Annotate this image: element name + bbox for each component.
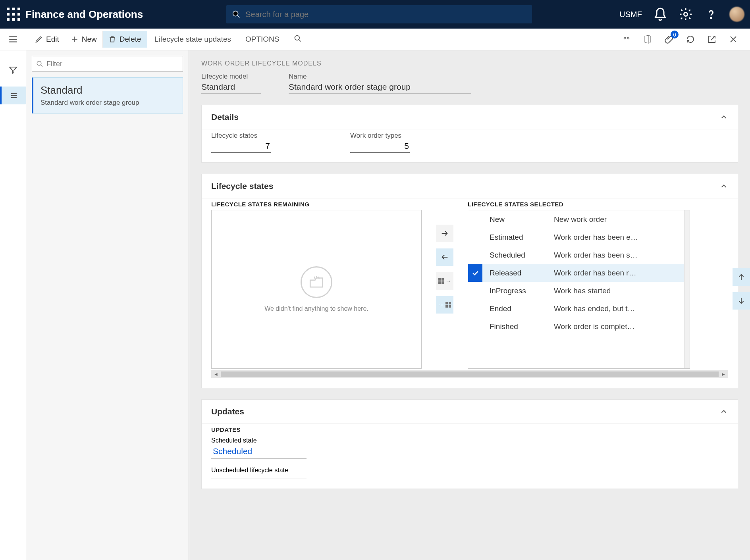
main-content: WORK ORDER LIFECYCLE MODELS Lifecycle mo… [189, 50, 750, 560]
app-launcher-icon[interactable] [6, 6, 21, 22]
details-header[interactable]: Details [202, 105, 738, 129]
selected-state-row[interactable]: ScheduledWork order has been s… [468, 246, 684, 264]
new-button[interactable]: New [65, 31, 103, 48]
diamond-icon [621, 35, 631, 44]
work-order-types-count[interactable]: 5 [350, 140, 410, 153]
move-all-right-button[interactable]: → [436, 272, 453, 290]
lifecycle-states-header[interactable]: Lifecycle states [202, 174, 738, 198]
office-icon[interactable] [641, 33, 654, 46]
name-value[interactable]: Standard work order stage group [289, 81, 471, 94]
svg-line-19 [299, 39, 301, 41]
scheduled-state-field[interactable]: Scheduled [211, 444, 307, 459]
scroll-right-arrow[interactable]: ► [721, 371, 726, 377]
move-up-button[interactable] [733, 268, 750, 286]
svg-rect-21 [627, 37, 629, 39]
filter-pane-toggle[interactable] [4, 61, 22, 79]
check-icon [471, 269, 479, 277]
arrow-down-icon [737, 296, 746, 305]
list-item[interactable]: Standard Standard work order stage group [32, 77, 183, 114]
svg-point-9 [233, 11, 238, 16]
list-filter-input[interactable] [46, 60, 179, 68]
refresh-button[interactable] [684, 33, 697, 46]
lifecycle-model-label: Lifecycle model [201, 73, 261, 81]
global-search-input[interactable] [245, 10, 526, 19]
help-icon[interactable] [704, 7, 718, 21]
name-label: Name [289, 73, 471, 81]
updates-section: Updates UPDATES Scheduled state Schedule… [201, 399, 738, 489]
notifications-icon[interactable] [653, 7, 667, 21]
remaining-listbox[interactable]: We didn't find anything to show here. [211, 210, 422, 369]
settings-icon[interactable] [679, 7, 693, 21]
selected-state-row[interactable]: EndedWork has ended, but t… [468, 300, 684, 318]
state-name: Released [482, 269, 554, 277]
lifecycle-states-count[interactable]: 7 [211, 140, 271, 153]
action-bar: Edit New Delete Lifecycle state updates … [26, 29, 750, 50]
move-right-button[interactable] [436, 225, 453, 242]
left-rail [0, 50, 26, 560]
state-description: New work order [554, 215, 680, 224]
state-description: Work order is complet… [554, 322, 680, 331]
list-item-title: Standard [40, 84, 175, 96]
office-logo-icon [643, 35, 652, 44]
attachments-button[interactable]: 0 [663, 33, 675, 46]
selected-state-row[interactable]: EstimatedWork order has been e… [468, 228, 684, 246]
chevron-up-icon [719, 407, 728, 416]
selected-state-row[interactable]: FinishedWork order is complet… [468, 318, 684, 335]
popout-button[interactable] [706, 33, 718, 46]
arrow-up-icon [737, 273, 746, 281]
svg-rect-2 [17, 8, 20, 10]
scroll-left-arrow[interactable]: ◄ [214, 371, 218, 377]
row-checkbox[interactable] [468, 264, 482, 282]
pencil-icon [35, 35, 43, 43]
page-search-button[interactable] [287, 35, 309, 44]
state-name: Finished [482, 322, 554, 331]
selected-state-row[interactable]: InProgressWork has started [468, 282, 684, 300]
user-avatar[interactable] [729, 7, 744, 22]
popout-icon [707, 35, 717, 44]
move-down-button[interactable] [733, 292, 750, 310]
updates-header[interactable]: Updates [202, 400, 738, 423]
selected-listbox[interactable]: NewNew work orderEstimatedWork order has… [468, 210, 690, 369]
list-item-subtitle: Standard work order stage group [40, 99, 175, 107]
unscheduled-state-field[interactable] [211, 474, 307, 479]
horizontal-scrollbar[interactable]: ◄ ► [211, 370, 728, 378]
plus-icon [71, 35, 79, 43]
move-all-left-button[interactable]: ← [436, 296, 453, 314]
close-button[interactable] [727, 33, 740, 46]
move-left-button[interactable] [436, 248, 453, 266]
company-picker[interactable]: USMF [619, 10, 642, 19]
attachments-badge: 0 [671, 31, 679, 38]
view-toggle-icon[interactable] [620, 33, 632, 46]
lifecycle-updates-button[interactable]: Lifecycle state updates [147, 35, 238, 44]
funnel-icon [8, 65, 18, 75]
global-search[interactable] [226, 5, 532, 23]
list-filter[interactable] [32, 56, 183, 72]
nav-toggle[interactable] [0, 29, 26, 50]
state-name: Ended [482, 304, 554, 313]
svg-rect-8 [17, 18, 20, 21]
lifecycle-model-value[interactable]: Standard [201, 81, 261, 94]
svg-line-10 [237, 15, 240, 18]
details-title: Details [211, 112, 239, 122]
scroll-thumb[interactable] [221, 371, 719, 377]
trash-icon [108, 35, 116, 43]
arrow-right-icon [440, 229, 449, 238]
breadcrumb: WORK ORDER LIFECYCLE MODELS [201, 60, 738, 67]
svg-point-18 [295, 35, 299, 40]
search-icon [36, 60, 43, 67]
state-name: InProgress [482, 287, 554, 295]
list-pane-toggle[interactable] [0, 87, 26, 104]
selected-state-row[interactable]: ReleasedWork order has been r… [468, 264, 684, 282]
options-button[interactable]: OPTIONS [238, 35, 287, 44]
global-navbar: Finance and Operations USMF [0, 0, 750, 29]
vertical-scrollbar[interactable] [684, 210, 690, 368]
chevron-up-icon [719, 113, 728, 121]
delete-button[interactable]: Delete [103, 31, 147, 48]
edit-button[interactable]: Edit [29, 31, 65, 48]
state-description: Work has ended, but t… [554, 304, 680, 313]
selected-state-row[interactable]: NewNew work order [468, 210, 684, 228]
delete-label: Delete [120, 35, 141, 44]
arrow-left-icon [440, 253, 449, 262]
state-description: Work has started [554, 287, 680, 295]
updates-group-title: UPDATES [211, 426, 728, 433]
